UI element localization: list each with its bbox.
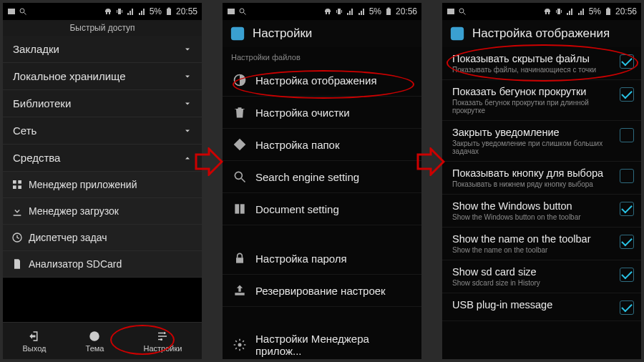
svg-rect-40 bbox=[451, 27, 464, 40]
search-status-icon bbox=[19, 7, 27, 16]
svg-rect-36 bbox=[556, 10, 557, 13]
svg-rect-7 bbox=[167, 8, 170, 9]
opt-close-notification[interactable]: Закрыть уведомление Закрыть уведомление … bbox=[442, 121, 641, 162]
svg-point-15 bbox=[160, 338, 162, 341]
svg-rect-30 bbox=[236, 258, 243, 263]
setting-password[interactable]: Настройка пароля bbox=[223, 243, 421, 275]
svg-rect-21 bbox=[341, 10, 342, 13]
battery-percent: 5% bbox=[150, 6, 162, 16]
drawer-item-tools[interactable]: Средства bbox=[3, 145, 202, 172]
svg-point-31 bbox=[238, 343, 242, 347]
section-divider bbox=[223, 225, 421, 243]
tool-task-manager[interactable]: Диспетчер задач bbox=[3, 225, 202, 251]
vibrate-icon bbox=[115, 7, 124, 16]
section-file-settings: Настройки файлов bbox=[223, 47, 421, 64]
svg-rect-0 bbox=[8, 9, 15, 14]
svg-rect-38 bbox=[606, 9, 610, 15]
drawer-item-libraries[interactable]: Библиотеки bbox=[3, 90, 202, 117]
setting-display[interactable]: Настройка отображения bbox=[223, 64, 421, 97]
svg-rect-19 bbox=[338, 9, 341, 14]
setting-search-engine[interactable]: Search engine setting bbox=[223, 161, 421, 193]
drawer-item-local-storage[interactable]: Локальное хранилище bbox=[3, 63, 202, 90]
battery-icon bbox=[384, 7, 393, 16]
gear-icon bbox=[233, 338, 247, 352]
svg-line-34 bbox=[464, 13, 466, 15]
signal-icon-2 bbox=[138, 7, 147, 16]
checkbox-icon[interactable] bbox=[620, 87, 634, 102]
contrast-icon bbox=[233, 73, 247, 87]
signal-icon-1 bbox=[127, 7, 135, 16]
clock-time: 20:56 bbox=[615, 6, 637, 16]
drawer-item-bookmarks[interactable]: Закладки bbox=[3, 36, 202, 63]
phone-screenshot-2: 5% 20:56 Настройки Настройки файлов Наст… bbox=[223, 3, 421, 359]
app-icon bbox=[227, 7, 235, 16]
nav-drawer: Закладки Локальное хранилище Библиотеки … bbox=[3, 36, 202, 278]
svg-point-14 bbox=[164, 332, 166, 334]
svg-line-18 bbox=[244, 13, 246, 15]
checkbox-icon[interactable] bbox=[620, 128, 634, 142]
tool-sdcard-analyst[interactable]: Анализатор SDCard bbox=[3, 251, 202, 278]
svg-rect-6 bbox=[167, 9, 171, 15]
apps-icon bbox=[11, 179, 23, 190]
tab-exit[interactable]: Выход bbox=[23, 330, 47, 353]
opt-select-button[interactable]: Показывать кнопку для выбора Показывать … bbox=[442, 162, 641, 195]
tab-settings[interactable]: Настройки bbox=[144, 330, 182, 353]
setting-folders[interactable]: Настройка папок bbox=[223, 129, 421, 161]
svg-rect-3 bbox=[118, 9, 121, 14]
header-title: Настройки bbox=[253, 26, 312, 41]
svg-line-27 bbox=[242, 179, 245, 182]
opt-usb-message[interactable]: USB plug-in message bbox=[442, 293, 641, 321]
diamond-icon bbox=[233, 137, 247, 152]
clock-time: 20:56 bbox=[396, 6, 417, 16]
checkbox-icon[interactable] bbox=[620, 169, 634, 183]
chevron-down-icon bbox=[183, 45, 192, 54]
sliders-icon bbox=[156, 330, 169, 343]
checkbox-icon[interactable] bbox=[620, 300, 634, 315]
svg-rect-11 bbox=[18, 185, 21, 189]
app-icon bbox=[447, 7, 455, 16]
opt-scroll-thumb[interactable]: Показать бегунок прокрутки Показать бегу… bbox=[442, 80, 641, 121]
search-status-icon bbox=[238, 7, 247, 16]
opt-show-hidden[interactable]: Показывать скрытые файлы Показывать файл… bbox=[442, 47, 641, 80]
section-divider-2 bbox=[223, 307, 421, 324]
headphones-icon bbox=[323, 7, 332, 16]
backup-icon bbox=[233, 283, 247, 298]
svg-point-33 bbox=[459, 9, 464, 13]
bottom-tabs: Выход Тема Настройки bbox=[3, 322, 202, 359]
svg-rect-35 bbox=[557, 9, 560, 14]
headphones-icon bbox=[104, 7, 112, 16]
signal-icon-2 bbox=[358, 7, 366, 16]
svg-rect-8 bbox=[13, 180, 16, 184]
svg-rect-32 bbox=[447, 9, 454, 14]
status-bar: 5% 20:55 bbox=[3, 3, 202, 20]
checkbox-icon[interactable] bbox=[620, 235, 634, 249]
svg-point-26 bbox=[235, 172, 242, 179]
checkbox-icon[interactable] bbox=[620, 54, 634, 69]
signal-icon-1 bbox=[346, 7, 355, 16]
svg-rect-37 bbox=[561, 10, 562, 13]
opt-name-toolbar[interactable]: Show the name on the toolbar Show the na… bbox=[442, 228, 641, 260]
drawer-header: Быстрый доступ bbox=[3, 20, 202, 36]
setting-cleanup[interactable]: Настройка очистки bbox=[223, 97, 421, 129]
svg-rect-23 bbox=[387, 8, 389, 9]
opt-windows-button[interactable]: Show the Windows button Show the Windows… bbox=[442, 195, 641, 228]
setting-document[interactable]: Document setting bbox=[223, 193, 421, 225]
svg-point-13 bbox=[90, 331, 100, 341]
setting-backup[interactable]: Резервирование настроек bbox=[223, 275, 421, 307]
app-header: Настройки bbox=[223, 20, 421, 47]
vibrate-icon bbox=[335, 7, 343, 16]
setting-app-manager[interactable]: Настройки Менеджера прилож... bbox=[223, 324, 421, 359]
svg-rect-5 bbox=[122, 10, 122, 13]
signal-icon-2 bbox=[577, 7, 586, 16]
tool-download-manager[interactable]: Менеджер загрузок bbox=[3, 198, 202, 225]
opt-sd-size[interactable]: Show sd card size Show sdcard size in Hi… bbox=[442, 260, 641, 293]
tab-theme[interactable]: Тема bbox=[86, 330, 104, 353]
checkbox-icon[interactable] bbox=[620, 202, 634, 216]
svg-line-2 bbox=[24, 13, 26, 15]
checkbox-icon[interactable] bbox=[620, 268, 634, 282]
es-icon bbox=[230, 26, 245, 41]
drawer-item-network[interactable]: Сеть bbox=[3, 117, 202, 145]
battery-percent: 5% bbox=[589, 6, 601, 16]
lock-icon bbox=[233, 251, 247, 265]
tool-app-manager[interactable]: Менеджер приложений bbox=[3, 172, 202, 198]
